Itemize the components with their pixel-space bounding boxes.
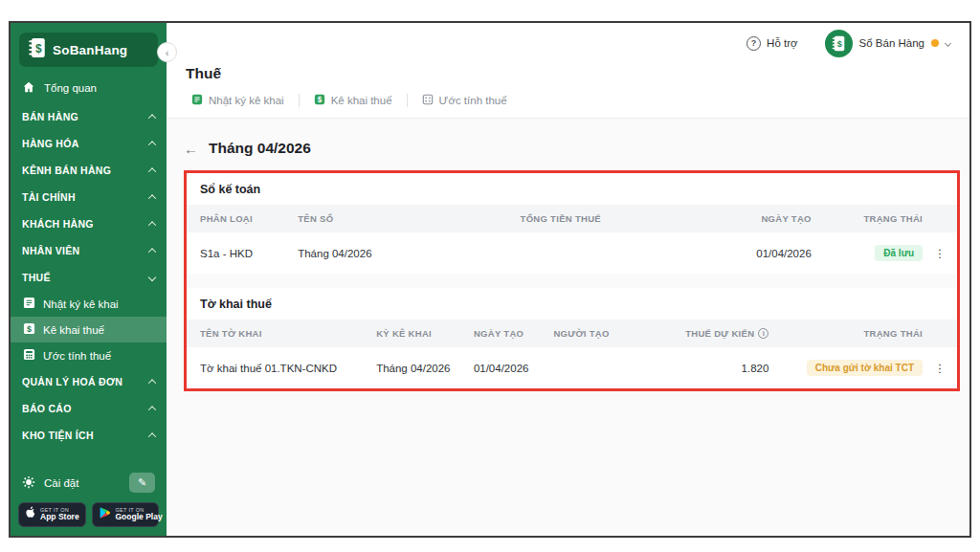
column-header: TÊN SỔ	[298, 205, 520, 232]
cell-phan-loai: S1a - HKD	[187, 235, 298, 272]
app-store-badge[interactable]: GET IT ON App Store	[18, 502, 86, 527]
sidebar-item-nhat-ky-ke-khai[interactable]: Nhật ký kê khai	[11, 291, 167, 317]
period-heading: Tháng 04/2026	[209, 140, 311, 157]
info-icon[interactable]: i	[758, 328, 768, 339]
chevron-up-icon	[148, 141, 156, 148]
google-play-badge[interactable]: GET IT ON Google Play	[92, 502, 160, 527]
sidebar-bottom: Cài đặt ✎ GET IT ON App Store GET IT ON …	[11, 465, 167, 536]
cell-thue-du-kien: 1.820	[651, 350, 768, 386]
content-area: ← Tháng 04/2026 Sổ kế toán PHÂN LOẠI TÊN…	[167, 119, 969, 536]
section-label: KHÁCH HÀNG	[22, 218, 94, 230]
sidebar-collapse-button[interactable]: ‹	[157, 42, 177, 62]
row-menu-icon[interactable]: ⋮	[923, 234, 957, 273]
section-label: BÁO CÁO	[22, 403, 72, 414]
column-header-menu	[923, 325, 957, 342]
calculator-icon	[23, 348, 35, 363]
pencil-icon: ✎	[138, 476, 146, 488]
sidebar-section-quan-ly-hoa-don[interactable]: QUẢN LÝ HOÁ ĐƠN	[11, 368, 167, 395]
calculator-icon	[422, 94, 434, 107]
sidebar-item-overview[interactable]: Tổng quan	[11, 73, 167, 103]
declarations-header-row: TÊN TỜ KHAI KỲ KÊ KHAI NGÀY TẠO NGƯỜI TẠ…	[187, 320, 957, 347]
chevron-up-icon	[148, 406, 156, 413]
column-header: TRẠNG THÁI	[768, 320, 923, 347]
sidebar-nav: Tổng quan BÁN HÀNG HÀNG HÓA KÊNH BÁN HÀN…	[11, 73, 167, 465]
chevron-up-icon	[148, 221, 156, 229]
sidebar-section-nhan-vien[interactable]: NHÂN VIÊN	[11, 237, 167, 264]
section-label: TÀI CHÍNH	[22, 191, 76, 203]
sidebar-section-khach-hang[interactable]: KHÁCH HÀNG	[11, 210, 167, 237]
sidebar-section-thue[interactable]: THUẾ	[11, 264, 167, 291]
tab-label: Ước tính thuế	[439, 95, 507, 106]
help-label: Hỗ trợ	[767, 37, 797, 49]
help-icon: ?	[746, 36, 761, 51]
tax-dollar-icon: $	[23, 322, 35, 337]
chevron-up-icon	[148, 432, 156, 440]
chevron-up-icon	[148, 248, 156, 255]
brand-name: SoBanHang	[53, 43, 127, 57]
app-window: $ SoBanHang ‹ Tổng quan BÁN HÀNG HÀNG HÓ…	[9, 21, 971, 538]
chevron-up-icon	[148, 379, 156, 386]
account-menu[interactable]: $ Sổ Bán Hàng	[825, 30, 950, 57]
cell-trang-thai: Chưa gửi tờ khai TCT	[768, 347, 923, 388]
column-header: PHÂN LOẠI	[187, 205, 298, 232]
tab-nhat-ky-ke-khai[interactable]: Nhật ký kê khai	[186, 94, 299, 107]
declarations-section: Tờ khai thuế TÊN TỜ KHAI KỲ KÊ KHAI NGÀY…	[187, 288, 957, 388]
row-menu-icon[interactable]: ⋮	[923, 349, 957, 387]
chevron-down-icon	[945, 39, 951, 46]
main-area: ? Hỗ trợ $ Sổ Bán Hàng Thuế Nhật ký kê k…	[167, 23, 969, 536]
chevron-up-icon	[148, 167, 156, 175]
account-name: Sổ Bán Hàng	[859, 37, 924, 49]
logo-row: $ SoBanHang	[11, 23, 167, 73]
sidebar-item-ke-khai-thue[interactable]: $ Kê khai thuế	[11, 317, 167, 342]
table-row[interactable]: Tờ khai thuế 01.TKN-CNKD Tháng 04/2026 0…	[187, 347, 957, 388]
cell-ten-to-khai: Tờ khai thuế 01.TKN-CNKD	[187, 350, 376, 386]
topbar: ? Hỗ trợ $ Sổ Bán Hàng	[167, 23, 969, 63]
column-header: TRẠNG THÁI	[812, 205, 923, 232]
app-logo[interactable]: $ SoBanHang	[19, 33, 158, 67]
sidebar-section-kho-tien-ich[interactable]: KHO TIỆN ÍCH	[11, 422, 167, 449]
cell-ky-ke-khai: Tháng 04/2026	[376, 350, 474, 386]
sidebar-section-bao-cao[interactable]: BÁO CÁO	[11, 395, 167, 422]
section-label: KÊNH BÁN HÀNG	[22, 165, 111, 176]
svg-text:$: $	[837, 39, 842, 49]
svg-text:$: $	[35, 42, 42, 55]
column-header: THUẾ DỰ KIẾN	[685, 328, 754, 339]
settings-row[interactable]: Cài đặt ✎	[18, 465, 159, 502]
back-button[interactable]: ←	[184, 141, 198, 157]
gear-icon	[22, 475, 35, 491]
notebook-dollar-icon: $	[28, 37, 46, 62]
cell-ten-so: Tháng 04/2026	[298, 235, 520, 272]
ledger-header-row: PHÂN LOẠI TÊN SỔ TỔNG TIỀN THUẾ NGÀY TẠO…	[187, 205, 957, 232]
column-header: NGÀY TẠO	[474, 320, 554, 347]
sidebar-section-kenh-ban-hang[interactable]: KÊNH BÁN HÀNG	[11, 157, 167, 184]
edit-button[interactable]: ✎	[129, 473, 155, 493]
highlight-red-box: Sổ kế toán PHÂN LOẠI TÊN SỔ TỔNG TIỀN TH…	[184, 170, 960, 391]
tab-uoc-tinh-thue[interactable]: Ước tính thuế	[408, 94, 522, 107]
period-header: ← Tháng 04/2026	[184, 140, 962, 157]
sidebar-section-tai-chinh[interactable]: TÀI CHÍNH	[11, 184, 167, 210]
page-header: Thuế Nhật ký kê khai $ Kê khai thuế Ước …	[167, 63, 969, 119]
sidebar: $ SoBanHang ‹ Tổng quan BÁN HÀNG HÀNG HÓ…	[11, 23, 167, 536]
table-row[interactable]: S1a - HKD Tháng 04/2026 01/04/2026 Đã lư…	[187, 232, 957, 274]
sidebar-item-label: Kê khai thuế	[43, 324, 104, 336]
status-dot	[931, 39, 939, 47]
apple-icon	[25, 506, 35, 523]
google-play-icon	[99, 506, 111, 523]
section-label: NHÂN VIÊN	[22, 245, 79, 256]
chevron-down-icon	[148, 274, 156, 281]
cell-ngay-tao: 01/04/2026	[474, 350, 554, 386]
status-badge: Đã lưu	[875, 245, 923, 261]
cell-nguoi-tao	[553, 356, 651, 381]
sidebar-section-ban-hang[interactable]: BÁN HÀNG	[11, 103, 167, 130]
column-header: TÊN TỜ KHAI	[187, 320, 376, 347]
column-header: NGƯỜI TẠO	[553, 320, 651, 347]
ledger-title: Sổ kế toán	[187, 173, 957, 205]
avatar: $	[825, 30, 853, 57]
help-button[interactable]: ? Hỗ trợ	[746, 36, 797, 51]
svg-text:$: $	[317, 96, 322, 104]
sidebar-item-uoc-tinh-thue[interactable]: Ước tính thuế	[11, 342, 167, 368]
tab-ke-khai-thue[interactable]: $ Kê khai thuế	[300, 94, 407, 107]
section-label: HÀNG HÓA	[22, 138, 79, 149]
svg-text:$: $	[27, 324, 32, 334]
sidebar-section-hang-hoa[interactable]: HÀNG HÓA	[11, 130, 167, 157]
